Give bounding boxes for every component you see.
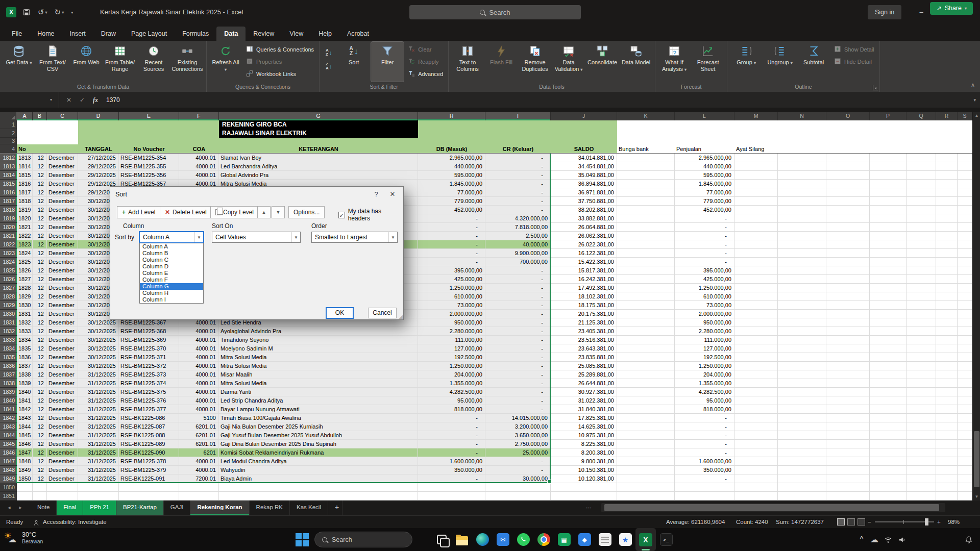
sort-descending-button[interactable]: ZA↓ [322,58,335,70]
cell-S1846[interactable] [958,448,972,457]
column-header-A[interactable]: A [17,112,33,120]
dropdown-item-column-g[interactable]: Column G [140,283,203,290]
ribbon-sort-button[interactable]: AZ↓Sort [337,42,370,82]
row-header-1826[interactable]: 1826 [0,275,17,284]
status-accessibility[interactable]: Accessibility: Investigate [43,516,107,528]
cell-B1837[interactable]: 12 [33,370,47,379]
cell-O1847[interactable] [826,457,870,466]
cell-I1832[interactable]: - [485,327,551,336]
cell-M1837[interactable] [734,370,778,379]
cell-J1835[interactable]: 23.835.881,00 [551,353,617,362]
cell-F1835[interactable]: 4000.01 [179,353,219,362]
cell-I1845[interactable]: 2.750.000,00 [485,440,551,448]
cell-Q1849[interactable] [906,474,936,483]
cell-N1851[interactable] [778,492,826,500]
cell-Q1813[interactable] [906,162,936,171]
cell-Q1840[interactable] [906,396,936,405]
taskbar-mail-icon[interactable]: ✉ [493,528,513,551]
cell-K1830[interactable] [617,310,675,318]
cell-R1823[interactable] [936,249,958,258]
cell-S1812[interactable] [958,154,972,162]
cell-F1814[interactable]: 4000.01 [179,171,219,180]
cell-J1817[interactable]: 37.750.881,00 [551,197,617,206]
cell-H1822[interactable]: - [418,240,485,249]
cell-M1826[interactable] [734,275,778,284]
cell-H1845[interactable]: - [418,440,485,448]
cell-F1842[interactable]: 5100 [179,414,219,422]
cell-F1839[interactable]: 4000.01 [179,388,219,396]
cell-L1828[interactable]: 610.000,00 [675,292,734,301]
cell-I1846[interactable]: 25.000,00 [485,448,551,457]
cell-M1850[interactable] [734,483,778,492]
cell-N1833[interactable] [778,336,826,344]
cell-A1831[interactable]: 1832 [17,318,33,327]
cell-S1837[interactable] [958,370,972,379]
cell-J1821[interactable]: 26.062.381,00 [551,232,617,240]
cell-N1843[interactable] [778,422,826,431]
cell-A1813[interactable]: 1814 [17,162,33,171]
cell-N1838[interactable] [778,379,826,388]
cell-A1829[interactable]: 1830 [17,301,33,310]
cell-H1817[interactable]: 779.000,00 [418,197,485,206]
cell-Q1838[interactable] [906,379,936,388]
taskbar-search[interactable]: Search [314,532,412,547]
cell-O1818[interactable] [826,206,870,214]
cell-L1844[interactable]: - [675,431,734,440]
cell-P1815[interactable] [870,180,906,188]
cell-M1835[interactable] [734,353,778,362]
cell-J1846[interactable]: 8.200.381,00 [551,448,617,457]
cell-A1823[interactable]: 1824 [17,249,33,258]
cell-C1840[interactable]: Desember [47,396,78,405]
cell-G1837[interactable]: Misar Maalih [219,370,418,379]
cell-M1823[interactable] [734,249,778,258]
cell-N1850[interactable] [778,483,826,492]
cell-G1838[interactable]: Mitra Solusi Media [219,379,418,388]
cell-O1834[interactable] [826,344,870,353]
column-header-G[interactable]: G [219,112,418,120]
cell-Q1822[interactable] [906,240,936,249]
cell-H1819[interactable]: - [418,214,485,223]
cell-K1828[interactable] [617,292,675,301]
cell-F1845[interactable]: 6201.01 [179,440,219,448]
ribbon-tab-page-layout[interactable]: Page Layout [124,27,175,41]
cell-G1845[interactable]: Gaji Dina Bulan Desember 2025 Dina Supin… [219,440,418,448]
cell-S1840[interactable] [958,396,972,405]
cell-K1832[interactable] [617,327,675,336]
cell-H1813[interactable]: 440.000,00 [418,162,485,171]
row-header-1846[interactable]: 1846 [0,448,17,457]
cell-C1825[interactable]: Desember [47,266,78,275]
cell-N1824[interactable] [778,258,826,266]
cell-C1847[interactable]: Desember [47,457,78,466]
cell-O1839[interactable] [826,388,870,396]
cell-Q1847[interactable] [906,457,936,466]
cell-H1833[interactable]: 111.000,00 [418,336,485,344]
cell-H1843[interactable]: - [418,422,485,431]
cell-J1839[interactable]: 30.927.381,00 [551,388,617,396]
cell-R1825[interactable] [936,266,958,275]
row-header-1838[interactable]: 1838 [0,379,17,388]
cell-F1848[interactable]: 4000.01 [179,466,219,474]
cell-N1820[interactable] [778,223,826,232]
taskbar-excel-icon[interactable]: X [635,528,656,551]
horizontal-scrollbar[interactable] [601,503,945,512]
cell-D1844[interactable]: 31/12/2025 [78,431,119,440]
cell-P1812[interactable] [870,154,906,162]
cell-B1817[interactable]: 12 [33,197,47,206]
cell-I1837[interactable]: - [485,370,551,379]
cell-S1824[interactable] [958,258,972,266]
cell-D1840[interactable]: 31/12/2025 [78,396,119,405]
cell-B1832[interactable]: 12 [33,327,47,336]
cell-B1836[interactable]: 12 [33,362,47,370]
cell-O1840[interactable] [826,396,870,405]
vertical-scrollbar[interactable]: ▲ ▼ [972,112,980,500]
cell-H1812[interactable]: 2.965.000,00 [418,154,485,162]
sheet-tab-pph-21[interactable]: PPh 21 [83,500,116,515]
cell-N1847[interactable] [778,457,826,466]
cell-Q1819[interactable] [906,214,936,223]
customize-qat-icon[interactable]: ▾ [71,10,73,15]
cell-J1851[interactable] [551,492,617,500]
cell-N1815[interactable] [778,180,826,188]
cell-G1851[interactable] [219,492,418,500]
cell-F1813[interactable]: 4000.01 [179,162,219,171]
cell-K1841[interactable] [617,405,675,414]
